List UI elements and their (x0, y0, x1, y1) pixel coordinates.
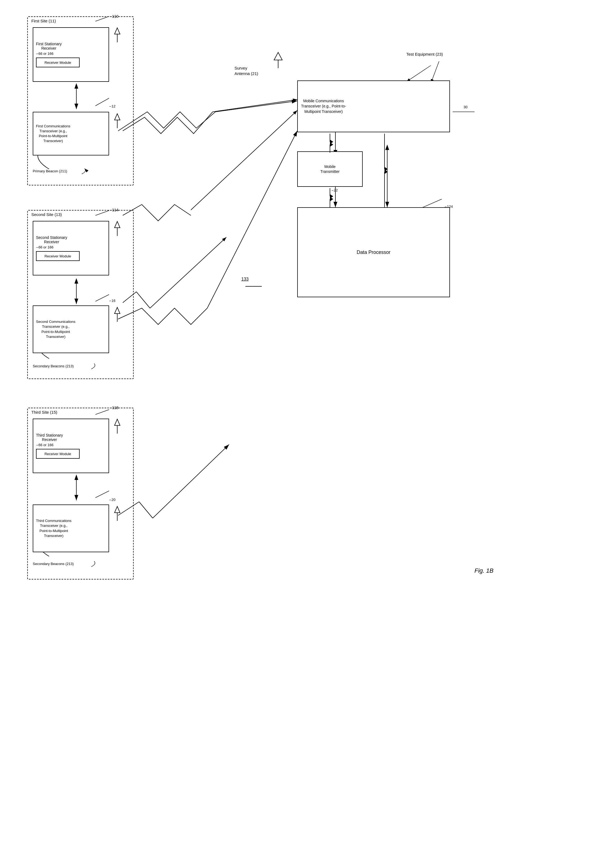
second-receiver-ref: ⌢66 or 166 (36, 245, 53, 249)
second-receiver-antenna (112, 221, 123, 236)
data-processor-label: Data Processor (357, 249, 390, 255)
first-receiver-label: First StationaryReceiver (36, 42, 62, 50)
svg-line-9 (139, 502, 153, 518)
first-receiver-ref: ⌢66 or 166 (36, 52, 53, 56)
secondary-beacon-arrow-3 (90, 560, 98, 568)
third-transceiver-box: Third CommunicationsTransceiver (e.g.,Po… (33, 504, 109, 552)
mobile-internal-arrows (326, 132, 334, 154)
second-receiver-box: Second StationaryReceiver ⌢66 or 166 Rec… (33, 221, 109, 275)
third-receiver-antenna (112, 419, 123, 434)
first-receiver-antenna (112, 27, 123, 42)
fig-label: Fig. 1B (475, 567, 493, 574)
svg-marker-34 (115, 506, 120, 513)
first-module-box: Receiver Module (36, 58, 80, 67)
mobile-transceiver-box: Mobile CommunicationsTransceiver (e.g., … (297, 80, 450, 132)
data-processor-box: Data Processor (297, 207, 450, 297)
transmitter-processor-arrows (326, 187, 334, 209)
third-receiver-box: Third StationaryReceiver ⌢66 or 166 Rece… (33, 419, 109, 473)
second-site-ref: ⌢114 (109, 208, 118, 212)
second-transceiver-label: Second CommunicationsTransceiver (e.g.,P… (36, 319, 76, 339)
third-site-ref: ⌢118 (109, 405, 118, 410)
mobile-transceiver-label: Mobile CommunicationsTransceiver (e.g., … (301, 99, 346, 115)
second-module-box: Receiver Module (36, 251, 80, 261)
svg-marker-28 (115, 222, 120, 228)
svg-marker-26 (115, 114, 120, 120)
mobile-transmitter-box: MobileTransmitter (297, 151, 363, 187)
second-transceiver-antenna (112, 307, 123, 322)
primary-beacon-arrow (80, 167, 89, 175)
test-equipment-label: Test Equipment (23) (406, 52, 443, 56)
first-receiver-box: First StationaryReceiver ⌢66 or 166 Rece… (33, 27, 109, 82)
secondary-beacon-label-2: Secondary Beacons (213) (33, 364, 74, 368)
mobile-ref: 30 (464, 105, 467, 109)
svg-line-41 (191, 111, 297, 210)
third-transceiver-label: Third CommunicationsTransceiver (e.g.,Po… (36, 518, 71, 538)
secondary-beacon-label-3: Secondary Beacons (213) (33, 562, 74, 566)
svg-line-38 (431, 61, 439, 83)
secondary-beacon-arrow-2 (90, 362, 98, 370)
comm-lines (123, 63, 303, 335)
svg-line-40 (213, 100, 297, 112)
third-receiver-ref: ⌢66 or 166 (36, 443, 53, 447)
third-receiver-label: Third StationaryReceiver (36, 433, 63, 442)
first-site-ref: ⌢110 (109, 14, 118, 19)
mobile-transmitter-label: MobileTransmitter (320, 164, 340, 174)
svg-marker-32 (115, 419, 120, 425)
svg-line-42 (123, 292, 137, 303)
svg-line-44 (150, 237, 226, 308)
first-transceiver-label: First CommunicationsTransceiver (e.g.,Po… (36, 124, 70, 144)
third-transceiver-antenna (112, 506, 123, 521)
second-transceiver-ref: ⌢16 (109, 299, 115, 303)
svg-line-43 (137, 292, 150, 308)
svg-line-10 (153, 445, 229, 518)
third-transceiver-ref: ⌢20 (109, 498, 115, 502)
svg-marker-30 (115, 307, 120, 314)
first-transceiver-box: First CommunicationsTransceiver (e.g.,Po… (33, 112, 109, 155)
first-transceiver-antenna (112, 113, 123, 128)
first-transceiver-ref: ⌢12 (109, 104, 115, 109)
third-module-box: Receiver Module (36, 449, 80, 459)
first-site-label: First Site (11) (31, 18, 56, 23)
transceiver-processor-arrows (381, 132, 388, 209)
svg-marker-24 (115, 28, 120, 34)
second-site-label: Second Site (13) (31, 212, 62, 217)
second-transceiver-box: Second CommunicationsTransceiver (e.g.,P… (33, 305, 109, 353)
third-site-label: Third Site (15) (31, 410, 57, 414)
svg-marker-36 (274, 52, 282, 60)
second-receiver-label: Second StationaryReceiver (36, 235, 67, 244)
primary-beacon-label: Primary Beacon (211) (33, 169, 67, 173)
svg-line-15 (406, 65, 431, 82)
